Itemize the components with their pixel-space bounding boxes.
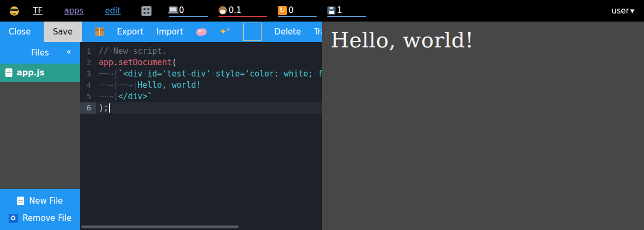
line-number: 4 bbox=[80, 80, 96, 91]
code-line-content: app.setDocument( bbox=[96, 57, 322, 68]
editor-toolbar: Close Save Export Import Delete Trace bbox=[0, 22, 322, 42]
line-number: 1 bbox=[80, 46, 96, 57]
code-token: · bbox=[142, 69, 147, 79]
code-line: 3──→|`<div·id='test-div'·style='color:·w… bbox=[80, 68, 322, 80]
sparkles-icon[interactable] bbox=[220, 27, 230, 36]
code-token: script. bbox=[133, 46, 167, 56]
soap-icon[interactable] bbox=[196, 27, 207, 36]
hamster-icon bbox=[218, 6, 227, 15]
line-number: 2 bbox=[80, 57, 96, 68]
sidebar-spacer bbox=[0, 82, 80, 189]
close-button[interactable]: Close bbox=[9, 27, 31, 37]
code-token: ──→| bbox=[99, 69, 118, 79]
hamster-counter-input[interactable]: 0.1 bbox=[218, 4, 267, 17]
export-button[interactable]: Export bbox=[117, 27, 143, 37]
code-lines: 1//·New·script.2app.setDocument(3──→|`<d… bbox=[80, 46, 322, 114]
refresh-arrows-counter-input[interactable]: 0 bbox=[278, 4, 317, 17]
remove-file-icon bbox=[9, 214, 18, 223]
code-token: ); bbox=[99, 103, 108, 113]
control-knobs-icon[interactable] bbox=[141, 6, 152, 16]
code-token: · bbox=[108, 46, 113, 56]
code-token: ──→| bbox=[99, 80, 118, 90]
toolbar-text-input[interactable] bbox=[243, 23, 262, 41]
code-editor[interactable]: 1//·New·script.2app.setDocument(3──→|`<d… bbox=[80, 42, 322, 230]
counter-value: 0.1 bbox=[229, 5, 242, 15]
new-file-button[interactable]: New File bbox=[0, 192, 80, 210]
user-menu-label: user bbox=[612, 6, 629, 16]
counter-value: 1 bbox=[337, 5, 342, 15]
nav-link-edit[interactable]: edit bbox=[105, 6, 121, 16]
files-header: Files « bbox=[0, 42, 80, 64]
laptop-icon bbox=[169, 6, 177, 12]
preview-heading: Hello, world! bbox=[331, 28, 635, 52]
horizontal-scrollbar-thumb[interactable] bbox=[81, 225, 239, 228]
editor-column: Close Save Export Import Delete Trace Fi… bbox=[0, 22, 322, 230]
workspace: Close Save Export Import Delete Trace Fi… bbox=[0, 22, 644, 230]
code-token: app bbox=[99, 58, 113, 67]
text-cursor bbox=[109, 103, 110, 113]
file-icon bbox=[5, 68, 12, 77]
code-token: <div bbox=[123, 69, 142, 79]
code-token: ` bbox=[147, 92, 152, 101]
code-token: id='test-div' bbox=[147, 69, 210, 79]
code-token: . bbox=[113, 58, 118, 67]
code-line-content: ──→|──→|Hello,·world! bbox=[96, 80, 322, 91]
nav-link-apps[interactable]: apps bbox=[64, 6, 84, 16]
code-line-content: ──→|`<div·id='test-div'·style='color:·wh… bbox=[96, 68, 322, 80]
code-token: ` bbox=[118, 69, 123, 79]
line-number: 6 bbox=[80, 102, 96, 114]
topbar-counters: 00.101 bbox=[169, 4, 366, 17]
file-item-appjs[interactable]: app.js bbox=[0, 64, 80, 82]
code-token: · bbox=[128, 46, 133, 56]
code-token: white; bbox=[284, 69, 313, 79]
save-button[interactable]: Save bbox=[44, 22, 82, 42]
code-token: style='color: bbox=[216, 69, 279, 79]
nav-link-tf[interactable]: TF bbox=[33, 6, 43, 16]
code-token: </div> bbox=[118, 92, 147, 101]
remove-file-label: Remove File bbox=[23, 213, 72, 223]
code-token: setDocument bbox=[118, 58, 172, 67]
package-icon[interactable] bbox=[95, 27, 104, 36]
preview-panel: Hello, world! bbox=[322, 22, 644, 230]
caret-down-icon: ▾ bbox=[630, 6, 634, 16]
refresh-arrows-icon bbox=[278, 6, 287, 15]
code-token: New bbox=[113, 46, 128, 56]
code-line: 2app.setDocument( bbox=[80, 57, 322, 68]
code-token: · bbox=[211, 69, 216, 79]
files-header-label: Files bbox=[31, 48, 49, 58]
delete-button[interactable]: Delete bbox=[275, 27, 301, 37]
user-menu[interactable]: user ▾ bbox=[612, 6, 634, 16]
code-token: ──→| bbox=[99, 92, 118, 101]
code-line: 6); bbox=[80, 102, 322, 114]
top-nav: TF apps edit bbox=[33, 6, 121, 16]
line-number: 3 bbox=[80, 68, 96, 80]
remove-file-button[interactable]: Remove File bbox=[0, 210, 80, 227]
file-item-label: app.js bbox=[17, 68, 44, 78]
code-token: // bbox=[99, 46, 108, 56]
code-line-content: //·New·script. bbox=[96, 46, 322, 57]
sidebar-actions: New File Remove File bbox=[0, 189, 80, 230]
code-token: · bbox=[279, 69, 284, 79]
code-token: ──→| bbox=[118, 80, 138, 90]
code-line-content: ──→|</div>` bbox=[96, 91, 322, 102]
collapse-sidebar-button[interactable]: « bbox=[66, 47, 71, 57]
new-file-label: New File bbox=[29, 196, 63, 206]
code-token: ( bbox=[172, 58, 176, 67]
counter-value: 0 bbox=[289, 5, 294, 15]
files-sidebar: Files « app.js New File Remove File bbox=[0, 42, 80, 230]
code-line: 1//·New·script. bbox=[80, 46, 322, 57]
smiley-sunglasses-icon[interactable] bbox=[10, 6, 19, 16]
code-token: world! bbox=[172, 80, 201, 90]
top-bar: TF apps edit 00.101 user ▾ bbox=[0, 0, 644, 22]
laptop-counter-input[interactable]: 0 bbox=[169, 4, 208, 17]
import-button[interactable]: Import bbox=[156, 27, 183, 37]
code-token: Hello, bbox=[138, 80, 167, 90]
new-file-icon bbox=[17, 197, 24, 205]
floppy-disk-counter-input[interactable]: 1 bbox=[327, 4, 366, 17]
line-number: 5 bbox=[80, 91, 96, 102]
floppy-disk-icon bbox=[327, 6, 335, 15]
code-line: 4──→|──→|Hello,·world! bbox=[80, 80, 322, 91]
counter-value: 0 bbox=[179, 5, 184, 15]
code-line: 5──→|</div>` bbox=[80, 91, 322, 102]
code-line-content: ); bbox=[96, 102, 322, 114]
